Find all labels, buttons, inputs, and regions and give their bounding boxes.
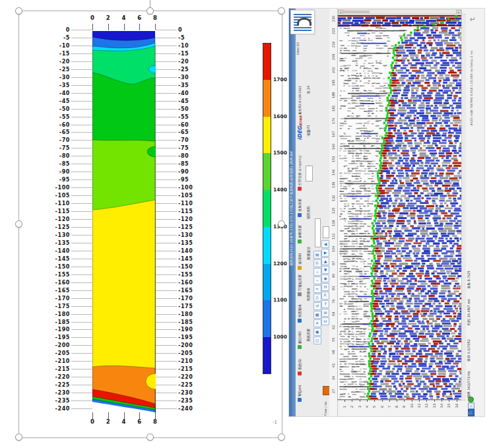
toolbar-text-button: 道 24 bbox=[306, 77, 310, 103]
leader-line bbox=[71, 61, 92, 62]
seismic-app-image[interactable]: 初至拾取2010 (任务号:170)-170-170线工区平面测线图(拾取初至)… bbox=[288, 8, 485, 417]
leader-line bbox=[155, 46, 177, 46]
leader-line bbox=[71, 46, 92, 46]
x-axis-label: 6 bbox=[137, 419, 143, 425]
nav-toolbar-icon: ⇱ bbox=[321, 292, 329, 300]
selection-handle[interactable] bbox=[15, 433, 22, 441]
depth-label-right: -185 bbox=[178, 319, 209, 325]
depth-label-right: -135 bbox=[178, 240, 209, 246]
depth-label-right: -85 bbox=[178, 161, 209, 167]
leader-line bbox=[155, 164, 177, 164]
time-axis-tick bbox=[360, 400, 360, 402]
nav-toolbar-icon: ▶ bbox=[321, 249, 329, 257]
depth-label-right: -105 bbox=[178, 193, 209, 199]
app-status-column: #183 mdB 786MHz 0.918 s 25.000 ms Delay … bbox=[466, 9, 475, 416]
depth-label-right: -175 bbox=[178, 304, 209, 309]
depth-label-right: -80 bbox=[178, 153, 209, 159]
selection-handle[interactable] bbox=[278, 433, 285, 441]
toolbar-icon: ▣ bbox=[313, 328, 321, 336]
depth-label-left: 0 bbox=[40, 27, 70, 33]
leader-line bbox=[155, 259, 177, 259]
nav-toolbar-icon: ▼ bbox=[321, 266, 329, 274]
time-axis-tick-label: 13 bbox=[432, 402, 436, 408]
depth-label-left: -5 bbox=[40, 35, 70, 41]
time-axis-tick-label: 6 bbox=[380, 402, 384, 408]
velocity-contour-image[interactable]: 02468 02468 00-5-5-10-10-15-15-20-20-25-… bbox=[20, 12, 280, 435]
leader-line bbox=[155, 61, 177, 62]
toolbar-text-button: 缩放(T) bbox=[306, 117, 310, 144]
menu-item: 系统(S) bbox=[296, 346, 304, 375]
user-label: User-10 bbox=[296, 35, 300, 55]
leader-line bbox=[71, 408, 92, 409]
leader-line bbox=[155, 408, 177, 409]
time-axis-tick-label: 4 bbox=[365, 402, 369, 408]
depth-label-right: -210 bbox=[178, 358, 209, 364]
selection-handle[interactable] bbox=[278, 220, 285, 228]
app-menu-strip: User-10 服务器2.8.128.3321 iDEG圆方物探 圆方物探科技 … bbox=[296, 9, 305, 416]
depth-label-left: -185 bbox=[40, 319, 70, 325]
leader-line bbox=[155, 267, 177, 267]
depth-label-right: -155 bbox=[178, 272, 209, 278]
ideg-logo-sub: 圆方物探 bbox=[299, 115, 302, 126]
depth-label-left: -190 bbox=[40, 327, 70, 333]
trace-number-label: 41 bbox=[331, 361, 335, 368]
nav-toolbar-icon: ◉ bbox=[321, 274, 329, 282]
colorbar-label: 1500 bbox=[273, 150, 287, 156]
depth-label-left: -145 bbox=[40, 256, 70, 262]
depth-label-left: -240 bbox=[40, 406, 70, 412]
depth-label-left: -55 bbox=[40, 114, 70, 120]
depth-label-left: -125 bbox=[40, 224, 70, 230]
leader-line bbox=[155, 353, 177, 354]
leader-line bbox=[71, 353, 92, 354]
leader-line bbox=[155, 243, 177, 243]
leader-line bbox=[71, 53, 92, 54]
depth-label-right: -220 bbox=[178, 374, 209, 380]
leader-line bbox=[155, 306, 177, 307]
trace-number-label: 188 bbox=[331, 92, 335, 98]
depth-label-right: -110 bbox=[178, 201, 209, 207]
depth-label-left: -80 bbox=[40, 153, 70, 159]
status-item: 道集 9.7/25 bbox=[467, 247, 471, 289]
time-axis-tick bbox=[382, 400, 383, 402]
selection-handle[interactable] bbox=[147, 433, 154, 441]
menu-item: 返回(B) bbox=[296, 241, 304, 270]
colorbar: 17001600150014001300120011001000 bbox=[243, 43, 276, 374]
nav-toolbar-icon: H bbox=[321, 283, 329, 291]
menu-item: 参数设置 bbox=[296, 214, 304, 243]
trace-number-label: 174 bbox=[331, 117, 335, 124]
depth-label-right: -90 bbox=[178, 169, 209, 175]
leader-line bbox=[155, 345, 177, 346]
depth-label-right: -240 bbox=[178, 406, 209, 412]
x-axis-tick bbox=[124, 24, 125, 30]
selection-handle[interactable] bbox=[15, 7, 22, 15]
scroll-thumb[interactable] bbox=[343, 11, 370, 13]
selection-handle[interactable] bbox=[147, 7, 154, 15]
leader-line bbox=[71, 267, 92, 267]
leader-line bbox=[71, 219, 92, 220]
depth-label-right: -180 bbox=[178, 311, 209, 317]
selection-handle[interactable] bbox=[278, 7, 285, 15]
leader-line bbox=[71, 337, 92, 338]
status-item: 采样 0.0/7052 bbox=[467, 319, 471, 362]
leader-line bbox=[155, 69, 177, 70]
logo-stripe bbox=[294, 30, 311, 31]
paragraph-mark: ↵ bbox=[470, 16, 476, 23]
leader-line bbox=[155, 93, 177, 94]
menu-item: 绘图输出 bbox=[296, 294, 304, 323]
x-axis-tick bbox=[139, 24, 140, 30]
depth-label-right: -190 bbox=[178, 327, 209, 333]
depth-label-left: -105 bbox=[40, 193, 70, 199]
nav-toolbar-icon: ⊞ bbox=[321, 309, 329, 317]
trace-number-label: 202 bbox=[331, 67, 335, 73]
trace-number-label: 167 bbox=[331, 131, 335, 137]
time-axis-tick bbox=[397, 400, 397, 402]
x-axis-label: 6 bbox=[137, 15, 143, 21]
leader-line bbox=[155, 298, 177, 299]
status-item: 频率 342/773 Hz bbox=[467, 356, 471, 398]
leader-line bbox=[71, 243, 92, 243]
nav-toolbar-icon: T bbox=[321, 300, 329, 308]
toolbar-icon: ⎘ bbox=[313, 259, 321, 267]
selection-handle[interactable] bbox=[15, 220, 22, 228]
leader-line bbox=[71, 361, 92, 362]
time-axis-tick-label: 11 bbox=[417, 402, 421, 408]
